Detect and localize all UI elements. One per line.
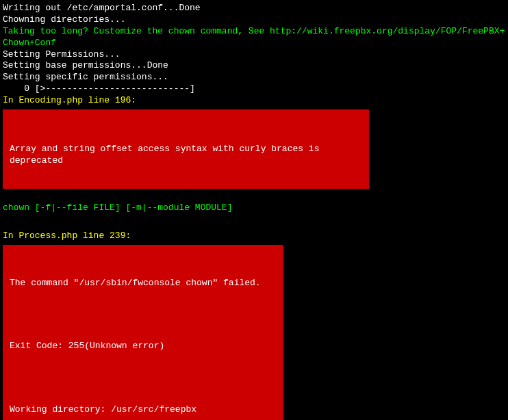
terminal-line: Setting base permissions...Done: [3, 60, 505, 72]
terminal-line: Setting Permissions...: [3, 49, 505, 61]
error-text: Array and string offset access syntax wi…: [10, 144, 362, 167]
spacer: [3, 192, 505, 202]
spacer: [3, 214, 505, 225]
error-text: Exit Code: 255(Unknown error): [10, 341, 277, 352]
terminal-usage: chown [-f|--file FILE] [-m|--module MODU…: [3, 202, 505, 214]
spacer: [10, 376, 277, 381]
terminal-line-info: Taking too long? Customize the chown com…: [3, 26, 505, 49]
error-message-box: The command "/usr/sbin/fwconsole chown" …: [3, 245, 283, 420]
spacer: [10, 313, 277, 318]
error-text: Working directory: /usr/src/freepbx: [10, 404, 277, 416]
terminal-error-header: In Process.php line 239:: [3, 231, 505, 242]
terminal-line: Setting specific permissions...: [3, 72, 505, 83]
spacer: [3, 225, 505, 231]
terminal-line: Chowning directories...: [3, 14, 505, 26]
error-message-box: Array and string offset access syntax wi…: [3, 109, 369, 189]
terminal-progress: 0 [>---------------------------]: [3, 83, 505, 95]
error-text: The command "/usr/sbin/fwconsole chown" …: [10, 278, 277, 289]
terminal-error-header: In Encoding.php line 196:: [3, 95, 505, 107]
terminal-line: Writing out /etc/amportal.conf...Done: [3, 3, 505, 14]
